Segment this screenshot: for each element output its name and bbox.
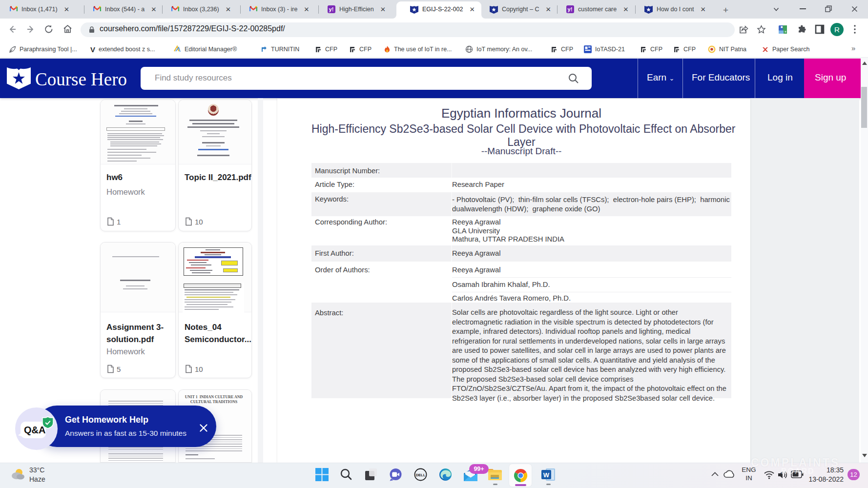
svg-text:W: W: [543, 471, 550, 479]
svg-text:DELL: DELL: [416, 473, 426, 477]
